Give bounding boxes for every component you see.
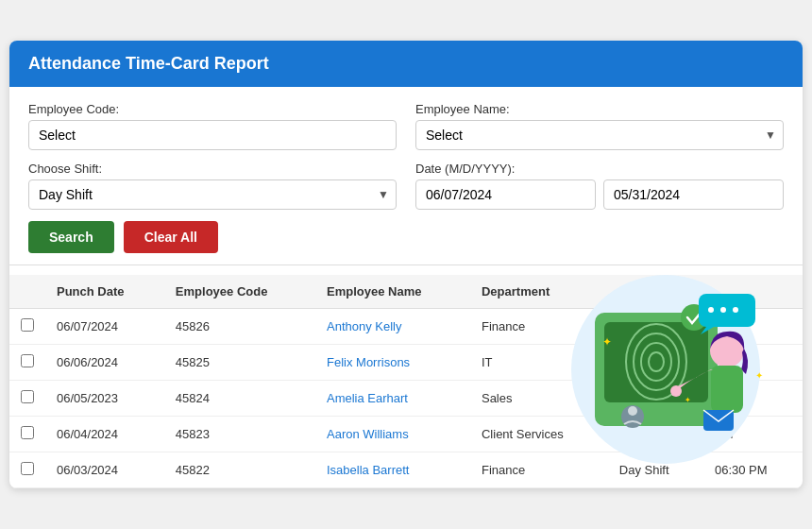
row-department: IT <box>470 345 608 381</box>
date-range-row <box>415 179 784 210</box>
row-emp-code: 45824 <box>164 381 315 417</box>
row-checkbox[interactable] <box>21 390 34 403</box>
row-emp-code: 45822 <box>164 452 315 488</box>
action-buttons: Search Clear All <box>28 221 784 253</box>
row-shift <box>608 309 703 345</box>
row-shift <box>608 381 703 417</box>
row-department: Finance <box>470 309 608 345</box>
row-emp-name[interactable]: Felix Morrisons <box>315 345 470 381</box>
employee-name-select-wrapper: Select ▼ <box>415 120 784 150</box>
employee-name-select[interactable]: Select <box>415 120 784 150</box>
page-title: Attendance Time-Card Report <box>9 41 803 87</box>
clear-button[interactable]: Clear All <box>124 221 218 253</box>
row-shift: N <box>608 417 703 452</box>
header-department: Department <box>470 275 608 309</box>
row-emp-name[interactable]: Isabella Barrett <box>315 452 470 488</box>
choose-shift-select-wrapper: Day Shift Night Shift Morning Shift ▼ <box>28 179 397 210</box>
employee-code-label: Employee Code: <box>28 102 397 116</box>
row-punch-date: 06/06/2024 <box>45 345 164 381</box>
table-row: 06/07/2024 45826 Anthony Kelly Finance <box>9 309 803 345</box>
header-checkbox-col <box>9 275 45 309</box>
choose-shift-group: Choose Shift: Day Shift Night Shift Morn… <box>28 162 397 210</box>
row-checkbox-cell <box>9 345 45 381</box>
table-row: 06/04/2024 45823 Aaron Williams Client S… <box>9 417 803 452</box>
employee-name-label: Employee Name: <box>415 102 784 116</box>
form-section: Employee Code: Employee Name: Select ▼ C… <box>9 87 803 265</box>
table-row: 06/05/2023 45824 Amelia Earhart Sales <box>9 381 803 417</box>
row-time <box>703 309 803 345</box>
row-department: Client Services <box>470 417 608 452</box>
row-shift: Day Shift <box>608 452 703 488</box>
employee-name-group: Employee Name: Select ▼ <box>415 102 784 150</box>
row-emp-name[interactable]: Amelia Earhart <box>315 381 470 417</box>
table-row: 06/03/2024 45822 Isabella Barrett Financ… <box>9 452 803 488</box>
search-button[interactable]: Search <box>28 221 114 253</box>
header-employee-name: Employee Name <box>315 275 470 309</box>
row-department: Finance <box>470 452 608 488</box>
row-time <box>703 381 803 417</box>
date-group: Date (M/D/YYYY): <box>415 162 784 210</box>
row-punch-date: 06/04/2024 <box>45 417 164 452</box>
row-punch-date: 06/07/2024 <box>45 309 164 345</box>
row-emp-name[interactable]: Anthony Kelly <box>315 309 470 345</box>
date-label: Date (M/D/YYYY): <box>415 162 784 176</box>
row-emp-name[interactable]: Aaron Williams <box>315 417 470 452</box>
row-checkbox[interactable] <box>21 462 34 475</box>
employee-code-input[interactable] <box>28 120 397 150</box>
row-shift <box>608 345 703 381</box>
row-department: Sales <box>470 381 608 417</box>
table-header-row: Punch Date Employee Code Employee Name D… <box>9 275 803 309</box>
row-emp-code: 45823 <box>164 417 315 452</box>
date-from-input[interactable] <box>415 179 596 210</box>
choose-shift-select[interactable]: Day Shift Night Shift Morning Shift <box>28 179 397 210</box>
row-checkbox-cell <box>9 417 45 452</box>
header-shift <box>608 275 703 309</box>
row-checkbox-cell <box>9 452 45 488</box>
table-row: 06/06/2024 45825 Felix Morrisons IT <box>9 345 803 381</box>
row-punch-date: 06/05/2023 <box>45 381 164 417</box>
row-punch-date: 06/03/2024 <box>45 452 164 488</box>
row-checkbox[interactable] <box>21 318 34 332</box>
row-emp-code: 45826 <box>164 309 315 345</box>
choose-shift-label: Choose Shift: <box>28 162 397 176</box>
results-table: Punch Date Employee Code Employee Name D… <box>9 275 803 488</box>
header-punch-date: Punch Date <box>45 275 164 309</box>
row-checkbox[interactable] <box>21 354 34 367</box>
row-time <box>703 345 803 381</box>
row-checkbox-cell <box>9 381 45 417</box>
header-title: Attendance Time-Card Report <box>28 54 269 73</box>
date-to-input[interactable] <box>603 179 784 210</box>
row-checkbox[interactable] <box>21 426 34 439</box>
table-section: Punch Date Employee Code Employee Name D… <box>9 265 803 488</box>
employee-code-group: Employee Code: <box>28 102 397 150</box>
row-checkbox-cell <box>9 309 45 345</box>
header-employee-code: Employee Code <box>164 275 315 309</box>
header-time <box>703 275 803 309</box>
row-emp-code: 45825 <box>164 345 315 381</box>
row-time: PM <box>703 417 803 452</box>
row-time: 06:30 PM <box>703 452 803 488</box>
